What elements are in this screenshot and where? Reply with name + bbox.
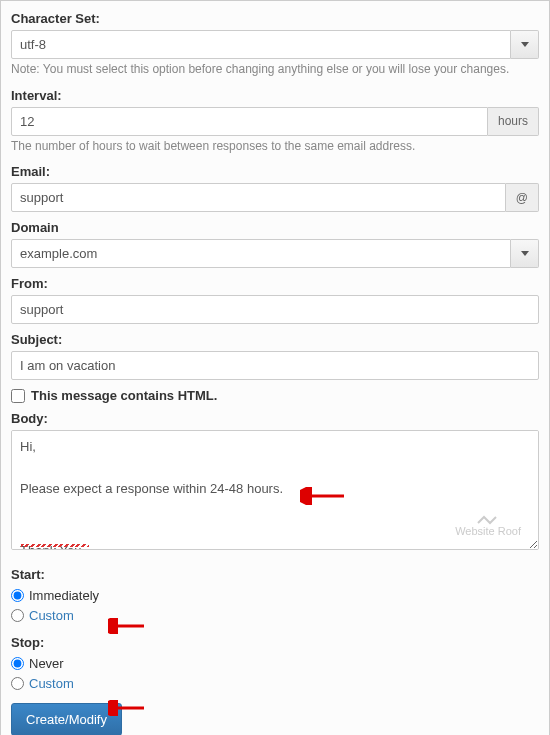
start-custom-radio[interactable] [11, 609, 24, 622]
from-label: From: [11, 276, 539, 291]
subject-label: Subject: [11, 332, 539, 347]
domain-value: example.com [11, 239, 511, 268]
interval-help: The number of hours to wait between resp… [11, 139, 539, 155]
interval-unit: hours [488, 107, 539, 136]
email-input[interactable] [11, 183, 506, 212]
autoresponder-form: Character Set: utf-8 Note: You must sele… [0, 0, 550, 735]
chevron-down-icon [521, 251, 529, 256]
chevron-down-icon [521, 42, 529, 47]
stop-label: Stop: [11, 635, 539, 650]
body-label: Body: [11, 411, 539, 426]
stop-never-radio[interactable] [11, 657, 24, 670]
start-option-1[interactable]: Custom [29, 606, 74, 626]
caret-button[interactable] [511, 239, 539, 268]
domain-select[interactable]: example.com [11, 239, 539, 268]
start-option-0: Immediately [29, 586, 99, 606]
interval-label: Interval: [11, 88, 539, 103]
email-at-addon: @ [506, 183, 539, 212]
email-label: Email: [11, 164, 539, 179]
body-textarea[interactable] [11, 430, 539, 550]
interval-input[interactable] [11, 107, 488, 136]
stop-radio-group: Never Custom [11, 654, 539, 693]
start-immediately-radio[interactable] [11, 589, 24, 602]
start-label: Start: [11, 567, 539, 582]
stop-option-1[interactable]: Custom [29, 674, 74, 694]
start-radio-group: Immediately Custom [11, 586, 539, 625]
from-input[interactable] [11, 295, 539, 324]
charset-value: utf-8 [11, 30, 511, 59]
domain-label: Domain [11, 220, 539, 235]
caret-button[interactable] [511, 30, 539, 59]
charset-select[interactable]: utf-8 [11, 30, 539, 59]
charset-note: Note: You must select this option before… [11, 62, 539, 78]
create-modify-button[interactable]: Create/Modify [11, 703, 122, 735]
subject-input[interactable] [11, 351, 539, 380]
stop-custom-radio[interactable] [11, 677, 24, 690]
html-checkbox-label: This message contains HTML. [31, 388, 217, 403]
html-checkbox[interactable] [11, 389, 25, 403]
stop-option-0: Never [29, 654, 64, 674]
charset-label: Character Set: [11, 11, 539, 26]
